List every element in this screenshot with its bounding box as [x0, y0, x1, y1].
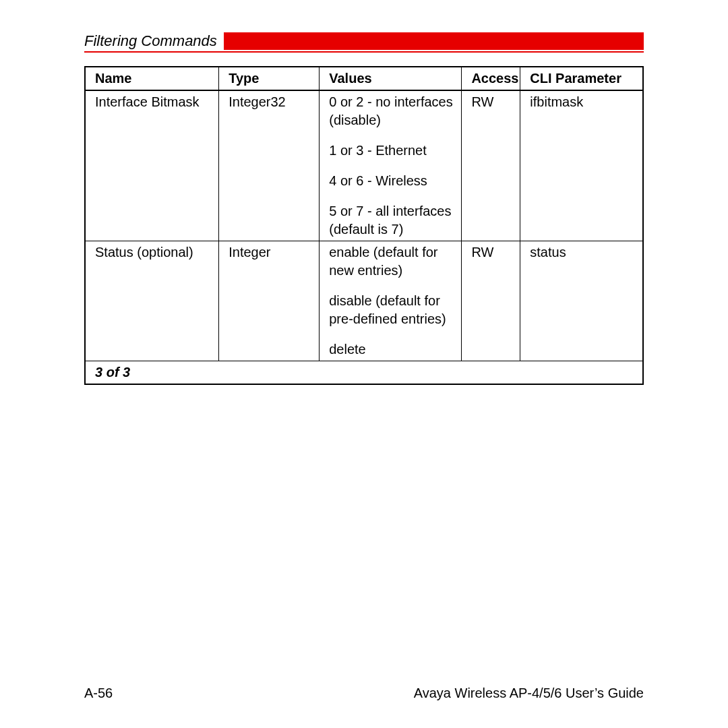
table-caption: 3 of 3 [85, 361, 643, 385]
table-row: Status (optional) Integer enable (defaul… [85, 241, 643, 361]
value-item: 4 or 6 - Wireless [329, 172, 454, 190]
header-red-underline [84, 51, 644, 53]
value-item: 5 or 7 - all interfaces (default is 7) [329, 202, 454, 239]
col-header-type: Type [219, 67, 320, 90]
cell-values: enable (default for new entries) disable… [320, 241, 462, 361]
col-header-values: Values [320, 67, 462, 90]
col-header-cli: CLI Parameter [520, 67, 643, 90]
cell-name: Status (optional) [85, 241, 219, 361]
header-red-bar [224, 32, 644, 50]
col-header-name: Name [85, 67, 219, 90]
footer-doc-title: Avaya Wireless AP-4/5/6 User’s Guide [414, 686, 644, 701]
section-title: Filtering Commands [84, 32, 224, 50]
cell-type: Integer32 [219, 90, 320, 241]
value-item: delete [329, 340, 454, 359]
value-item: enable (default for new entries) [329, 243, 454, 280]
table-row: Interface Bitmask Integer32 0 or 2 - no … [85, 90, 643, 241]
cell-access: RW [462, 90, 520, 241]
col-header-access: Access [462, 67, 520, 90]
table-header-row: Name Type Values Access CLI Parameter [85, 67, 643, 90]
footer-page-number: A-56 [84, 686, 113, 701]
cell-type: Integer [219, 241, 320, 361]
cell-cli: status [520, 241, 643, 361]
table-caption-row: 3 of 3 [85, 361, 643, 385]
parameters-table: Name Type Values Access CLI Parameter In… [84, 66, 644, 385]
cell-values: 0 or 2 - no interfaces (disable) 1 or 3 … [320, 90, 462, 241]
cell-access: RW [462, 241, 520, 361]
value-item: 0 or 2 - no interfaces (disable) [329, 93, 454, 129]
page-footer: A-56 Avaya Wireless AP-4/5/6 User’s Guid… [84, 686, 644, 701]
value-item: 1 or 3 - Ethernet [329, 142, 454, 160]
value-item: disable (default for pre-defined entries… [329, 292, 454, 328]
cell-name: Interface Bitmask [85, 90, 219, 241]
cell-cli: ifbitmask [520, 90, 643, 241]
